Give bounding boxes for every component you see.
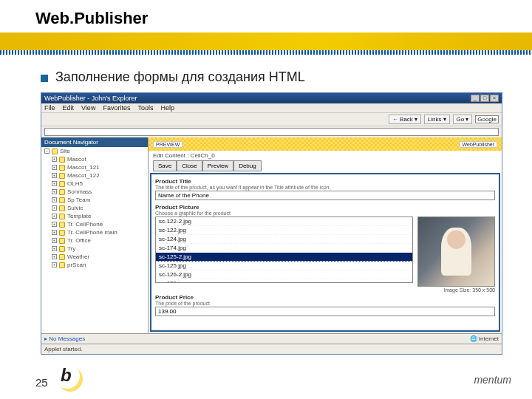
tree-item[interactable]: prScan xyxy=(67,262,86,268)
tree-root[interactable]: Site xyxy=(60,148,70,154)
status-bar: ▸ No Messages 🌐 Internet xyxy=(41,333,502,344)
product-title-input[interactable] xyxy=(155,191,495,200)
folder-icon xyxy=(59,246,65,252)
bullet-text: Заполнение формы для создания HTML xyxy=(55,69,305,85)
back-button[interactable]: ← Back ▾ xyxy=(389,115,421,124)
expand-icon[interactable]: + xyxy=(52,246,57,251)
menu-file[interactable]: File xyxy=(44,104,55,112)
address-bar[interactable] xyxy=(44,128,499,136)
folder-icon xyxy=(59,222,65,228)
bullet-icon xyxy=(41,75,48,82)
tree-item[interactable]: Sp Team xyxy=(67,197,90,203)
menu-view[interactable]: View xyxy=(81,104,95,112)
folder-icon xyxy=(59,165,65,171)
folder-icon xyxy=(59,262,65,268)
toolbar: ← Back ▾ Links ▾ Go ▾ Google xyxy=(41,113,502,126)
logo-icon: b xyxy=(52,361,84,393)
list-item[interactable]: sc-124.jpg xyxy=(156,235,412,244)
product-title-label: Product Title xyxy=(155,178,495,185)
close-content-button[interactable]: Close xyxy=(177,160,202,171)
folder-icon xyxy=(52,149,58,154)
menu-edit[interactable]: Edit xyxy=(63,104,75,112)
preview-button[interactable]: Preview xyxy=(202,160,233,171)
tree-item[interactable]: Mascot_122 xyxy=(67,172,100,179)
minimize-button[interactable]: _ xyxy=(471,95,480,102)
messages-link[interactable]: ▸ No Messages xyxy=(44,335,85,342)
sidebar-tree: Document Navigator −Site +Mascot +Mascot… xyxy=(41,137,149,333)
expand-icon[interactable]: + xyxy=(52,197,57,202)
expand-icon[interactable]: + xyxy=(52,214,57,219)
debug-button[interactable]: Debug xyxy=(233,160,262,171)
expand-icon[interactable]: + xyxy=(52,189,57,194)
menubar: File Edit View Favorites Tools Help xyxy=(41,103,502,113)
go-button[interactable]: Go ▾ xyxy=(453,115,473,124)
menu-help[interactable]: Help xyxy=(160,104,174,112)
tree-item[interactable]: Weather xyxy=(67,253,89,260)
list-item[interactable]: sc-122.jpg xyxy=(156,226,412,235)
tree-item[interactable]: Mascot xyxy=(67,156,86,163)
list-item[interactable]: sc-174.jpg xyxy=(156,244,412,253)
folder-icon xyxy=(59,230,65,236)
tree-item[interactable]: OLH5 xyxy=(67,180,83,187)
edit-content-title: Edit Content : CellCh_0 xyxy=(149,151,502,160)
search-box[interactable]: Google xyxy=(475,115,499,123)
vendor-fragment: mentum xyxy=(474,374,511,386)
expand-icon[interactable]: + xyxy=(52,181,57,186)
folder-icon xyxy=(59,173,65,179)
product-title-help: The title of the product, as you want it… xyxy=(155,185,495,190)
folder-icon xyxy=(59,214,65,219)
preview-tag: PREVIEW xyxy=(153,141,183,148)
applet-status: Applet started. xyxy=(41,344,502,354)
tree-item[interactable]: Tr. Office xyxy=(67,237,91,244)
list-item[interactable]: sc-125.jpg xyxy=(156,262,412,270)
picture-listbox[interactable]: sc-122-2.jpg sc-122.jpg sc-124.jpg sc-17… xyxy=(155,216,413,283)
expand-icon[interactable]: + xyxy=(52,222,57,227)
expand-icon[interactable]: + xyxy=(52,230,57,235)
expand-icon[interactable]: + xyxy=(52,262,57,267)
tree-item[interactable]: Try xyxy=(67,245,75,252)
folder-icon xyxy=(59,254,65,260)
list-item[interactable]: sc-126.jpg xyxy=(156,279,412,283)
tree-item[interactable]: Tr. CellPhone xyxy=(67,221,103,228)
tree-item[interactable]: Mascot_121 xyxy=(67,164,100,171)
expand-icon[interactable]: + xyxy=(52,205,57,211)
sidebar-header: Document Navigator xyxy=(41,137,148,147)
links-button[interactable]: Links ▾ xyxy=(424,115,450,124)
tree-item[interactable]: Template xyxy=(67,213,91,219)
expand-icon[interactable]: − xyxy=(44,149,50,154)
content-form: Product Title The title of the product, … xyxy=(150,173,500,332)
image-preview xyxy=(417,216,495,287)
app-window: WebPublisher - John's Explorer _ □ × Fil… xyxy=(41,92,502,355)
expand-icon[interactable]: + xyxy=(52,157,57,162)
tree-item[interactable]: Tr. CellPhone main xyxy=(67,229,117,236)
menu-favorites[interactable]: Favorites xyxy=(103,104,130,112)
window-titlebar: WebPublisher - John's Explorer _ □ × xyxy=(41,93,502,103)
product-price-input[interactable] xyxy=(155,307,495,316)
menu-tools[interactable]: Tools xyxy=(137,104,153,112)
list-item[interactable]: sc-126-2.jpg xyxy=(156,270,412,279)
list-item[interactable]: sc-122-2.jpg xyxy=(156,217,412,226)
product-price-help: The price of the product xyxy=(155,301,495,306)
tree-item[interactable]: Sonmass xyxy=(67,188,92,195)
folder-icon xyxy=(59,189,65,195)
status-zone: 🌐 Internet xyxy=(470,335,499,342)
close-button[interactable]: × xyxy=(490,95,499,102)
maximize-button[interactable]: □ xyxy=(480,95,489,102)
expand-icon[interactable]: + xyxy=(52,173,57,178)
product-picture-help: Choose a graphic for the product xyxy=(155,211,495,216)
list-item-selected[interactable]: sc-125-2.jpg xyxy=(156,253,412,262)
decorative-band xyxy=(0,33,532,55)
folder-icon xyxy=(59,157,65,163)
image-size-label: Image Size: 350 x 500 xyxy=(417,287,495,293)
product-picture-label: Product Picture xyxy=(155,204,495,211)
expand-icon[interactable]: + xyxy=(52,238,57,243)
save-button[interactable]: Save xyxy=(153,160,177,171)
product-price-label: Product Price xyxy=(155,294,495,301)
expand-icon[interactable]: + xyxy=(52,165,57,170)
preview-banner: PREVIEW WebPublisher xyxy=(149,137,502,151)
tree-item[interactable]: Sulvic xyxy=(67,205,83,211)
slide-title: Web.Publisher xyxy=(35,9,532,28)
applet-label: Applet started. xyxy=(44,346,83,352)
folder-icon xyxy=(59,238,65,244)
expand-icon[interactable]: + xyxy=(52,254,57,259)
